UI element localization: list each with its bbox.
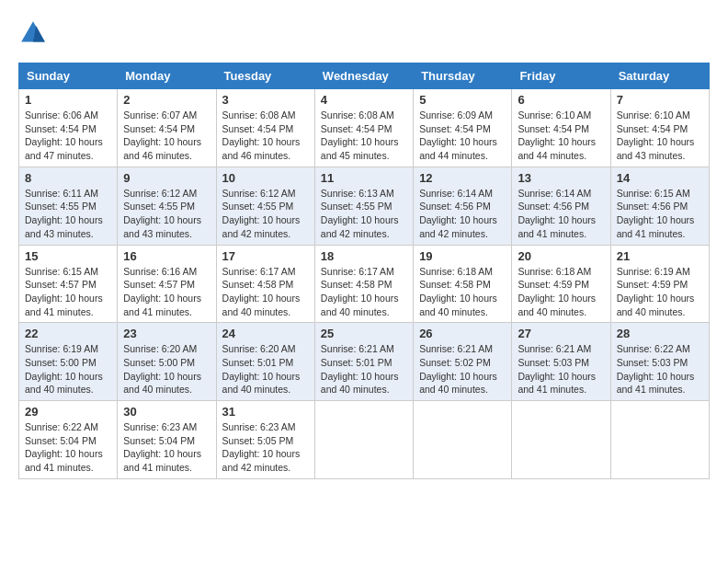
calendar-cell: 16 Sunrise: 6:16 AMSunset: 4:57 PMDaylig… [118,245,216,323]
calendar-cell: 23 Sunrise: 6:20 AMSunset: 5:00 PMDaylig… [118,323,216,401]
calendar-header-row: SundayMondayTuesdayWednesdayThursdayFrid… [19,63,710,89]
day-number: 2 [123,93,210,107]
calendar-week-row: 29 Sunrise: 6:22 AMSunset: 5:04 PMDaylig… [19,401,710,479]
day-number: 10 [222,171,309,185]
day-info: Sunrise: 6:15 AMSunset: 4:56 PMDaylight:… [617,188,695,239]
day-info: Sunrise: 6:17 AMSunset: 4:58 PMDaylight:… [222,266,301,317]
day-info: Sunrise: 6:20 AMSunset: 5:01 PMDaylight:… [222,343,301,395]
day-info: Sunrise: 6:19 AMSunset: 5:00 PMDaylight:… [25,343,103,395]
calendar-cell: 3 Sunrise: 6:08 AMSunset: 4:54 PMDayligh… [216,89,314,167]
day-number: 31 [222,405,309,419]
day-number: 25 [321,327,407,340]
day-info: Sunrise: 6:12 AMSunset: 4:55 PMDaylight:… [123,188,201,239]
calendar-cell: 6 Sunrise: 6:10 AMSunset: 4:54 PMDayligh… [512,89,610,167]
calendar-cell [512,401,610,479]
calendar-cell: 12 Sunrise: 6:14 AMSunset: 4:56 PMDaylig… [414,167,512,245]
day-info: Sunrise: 6:08 AMSunset: 4:54 PMDaylight:… [222,109,301,161]
calendar-cell: 24 Sunrise: 6:20 AMSunset: 5:01 PMDaylig… [216,323,314,401]
day-info: Sunrise: 6:18 AMSunset: 4:59 PMDaylight:… [518,266,596,317]
day-number: 16 [123,249,210,263]
day-number: 12 [419,171,506,185]
day-info: Sunrise: 6:16 AMSunset: 4:57 PMDaylight:… [123,266,201,317]
day-number: 9 [123,171,210,185]
calendar-cell: 17 Sunrise: 6:17 AMSunset: 4:58 PMDaylig… [216,245,314,323]
day-number: 21 [617,249,703,263]
calendar-cell: 7 Sunrise: 6:10 AMSunset: 4:54 PMDayligh… [610,89,709,167]
day-info: Sunrise: 6:21 AMSunset: 5:02 PMDaylight:… [419,343,497,395]
calendar-cell: 9 Sunrise: 6:12 AMSunset: 4:55 PMDayligh… [118,167,216,245]
day-info: Sunrise: 6:23 AMSunset: 5:05 PMDaylight:… [222,421,301,473]
calendar-header-wednesday: Wednesday [314,63,413,89]
calendar-cell: 25 Sunrise: 6:21 AMSunset: 5:01 PMDaylig… [314,323,413,401]
calendar-cell: 4 Sunrise: 6:08 AMSunset: 4:54 PMDayligh… [314,89,413,167]
day-number: 5 [419,93,506,107]
day-number: 6 [518,93,604,107]
calendar-cell: 14 Sunrise: 6:15 AMSunset: 4:56 PMDaylig… [610,167,709,245]
calendar-cell [314,401,413,479]
day-info: Sunrise: 6:22 AMSunset: 5:03 PMDaylight:… [617,343,695,395]
calendar-week-row: 22 Sunrise: 6:19 AMSunset: 5:00 PMDaylig… [19,323,710,401]
day-number: 24 [222,327,309,340]
day-number: 28 [617,327,703,340]
day-info: Sunrise: 6:17 AMSunset: 4:58 PMDaylight:… [321,266,399,317]
calendar-cell: 15 Sunrise: 6:15 AMSunset: 4:57 PMDaylig… [19,245,118,323]
day-number: 13 [518,171,604,185]
day-info: Sunrise: 6:10 AMSunset: 4:54 PMDaylight:… [518,109,596,161]
day-info: Sunrise: 6:06 AMSunset: 4:54 PMDaylight:… [25,109,103,161]
day-number: 26 [419,327,506,340]
calendar-cell: 20 Sunrise: 6:18 AMSunset: 4:59 PMDaylig… [512,245,610,323]
calendar-cell: 30 Sunrise: 6:23 AMSunset: 5:04 PMDaylig… [118,401,216,479]
day-number: 4 [321,93,407,107]
logo-icon [18,18,48,48]
calendar-week-row: 1 Sunrise: 6:06 AMSunset: 4:54 PMDayligh… [19,89,710,167]
day-number: 11 [321,171,407,185]
day-info: Sunrise: 6:11 AMSunset: 4:55 PMDaylight:… [25,188,103,239]
day-info: Sunrise: 6:13 AMSunset: 4:55 PMDaylight:… [321,188,399,239]
day-info: Sunrise: 6:21 AMSunset: 5:03 PMDaylight:… [518,343,596,395]
calendar-cell: 10 Sunrise: 6:12 AMSunset: 4:55 PMDaylig… [216,167,314,245]
day-number: 15 [25,249,111,263]
logo [18,18,53,48]
day-info: Sunrise: 6:23 AMSunset: 5:04 PMDaylight:… [123,421,201,473]
calendar-cell: 2 Sunrise: 6:07 AMSunset: 4:54 PMDayligh… [118,89,216,167]
page-header [18,18,710,48]
day-number: 20 [518,249,604,263]
calendar-cell: 8 Sunrise: 6:11 AMSunset: 4:55 PMDayligh… [19,167,118,245]
calendar-week-row: 15 Sunrise: 6:15 AMSunset: 4:57 PMDaylig… [19,245,710,323]
day-number: 3 [222,93,309,107]
day-number: 1 [25,93,111,107]
calendar-header-thursday: Thursday [414,63,512,89]
day-number: 17 [222,249,309,263]
day-info: Sunrise: 6:12 AMSunset: 4:55 PMDaylight:… [222,188,301,239]
calendar-cell: 22 Sunrise: 6:19 AMSunset: 5:00 PMDaylig… [19,323,118,401]
day-info: Sunrise: 6:07 AMSunset: 4:54 PMDaylight:… [123,109,201,161]
day-number: 8 [25,171,111,185]
calendar-cell: 27 Sunrise: 6:21 AMSunset: 5:03 PMDaylig… [512,323,610,401]
day-number: 29 [25,405,111,419]
calendar-cell: 28 Sunrise: 6:22 AMSunset: 5:03 PMDaylig… [610,323,709,401]
day-info: Sunrise: 6:19 AMSunset: 4:59 PMDaylight:… [617,266,695,317]
calendar-cell: 18 Sunrise: 6:17 AMSunset: 4:58 PMDaylig… [314,245,413,323]
day-info: Sunrise: 6:15 AMSunset: 4:57 PMDaylight:… [25,266,103,317]
day-number: 22 [25,327,111,340]
day-info: Sunrise: 6:14 AMSunset: 4:56 PMDaylight:… [419,188,497,239]
calendar-cell: 21 Sunrise: 6:19 AMSunset: 4:59 PMDaylig… [610,245,709,323]
calendar-cell: 26 Sunrise: 6:21 AMSunset: 5:02 PMDaylig… [414,323,512,401]
calendar-cell [414,401,512,479]
day-number: 7 [617,93,703,107]
day-number: 14 [617,171,703,185]
calendar-cell: 11 Sunrise: 6:13 AMSunset: 4:55 PMDaylig… [314,167,413,245]
day-info: Sunrise: 6:10 AMSunset: 4:54 PMDaylight:… [617,109,695,161]
day-number: 27 [518,327,604,340]
calendar-cell: 5 Sunrise: 6:09 AMSunset: 4:54 PMDayligh… [414,89,512,167]
calendar-cell: 31 Sunrise: 6:23 AMSunset: 5:05 PMDaylig… [216,401,314,479]
day-info: Sunrise: 6:18 AMSunset: 4:58 PMDaylight:… [419,266,497,317]
calendar-table: SundayMondayTuesdayWednesdayThursdayFrid… [18,63,710,479]
day-number: 19 [419,249,506,263]
day-info: Sunrise: 6:20 AMSunset: 5:00 PMDaylight:… [123,343,201,395]
day-info: Sunrise: 6:22 AMSunset: 5:04 PMDaylight:… [25,421,103,473]
day-info: Sunrise: 6:21 AMSunset: 5:01 PMDaylight:… [321,343,399,395]
day-info: Sunrise: 6:14 AMSunset: 4:56 PMDaylight:… [518,188,596,239]
calendar-cell [610,401,709,479]
day-info: Sunrise: 6:09 AMSunset: 4:54 PMDaylight:… [419,109,497,161]
